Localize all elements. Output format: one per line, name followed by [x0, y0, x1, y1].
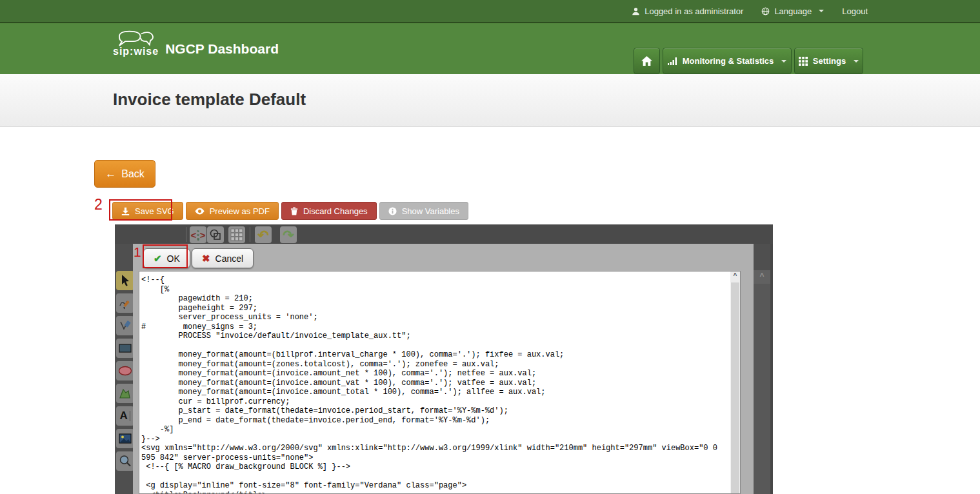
- brand-product-label: NGCP Dashboard: [165, 41, 279, 57]
- page-title-band: Invoice template Default: [0, 74, 980, 127]
- arrow-left-icon: ←: [105, 168, 116, 181]
- toolbar-divider: [186, 227, 186, 242]
- editor-right-edge: [770, 244, 773, 494]
- svg-source-editor: <!--{ [% pagewidth = 210; pageheight = 2…: [139, 271, 741, 494]
- chevron-down-icon: [781, 60, 786, 63]
- shapes-icon: [209, 228, 222, 241]
- home-icon: [641, 56, 652, 66]
- globe-icon: [761, 7, 770, 15]
- back-button[interactable]: ← Back: [94, 160, 155, 188]
- tool-polygon[interactable]: [116, 384, 134, 403]
- text-tool-icon: A: [120, 410, 128, 422]
- shape-library-button[interactable]: [207, 226, 224, 243]
- tool-path[interactable]: [116, 316, 134, 335]
- show-variables-button[interactable]: Show Variables: [379, 202, 468, 220]
- user-icon: [632, 7, 640, 15]
- template-actions-toolbar: Save SVG Preview as PDF Discard Changes …: [112, 202, 468, 220]
- nav-settings-label: Settings: [813, 56, 846, 66]
- ellipse-icon: [118, 366, 132, 376]
- undo-button[interactable]: ↶: [255, 226, 272, 243]
- x-icon: ✖: [202, 253, 210, 264]
- polygon-icon: [119, 388, 132, 399]
- svg-source-textarea[interactable]: <!--{ [% pagewidth = 210; pageheight = 2…: [139, 272, 730, 493]
- chevron-down-icon: [819, 10, 824, 12]
- logged-in-label: Logged in as administrator: [645, 6, 743, 16]
- ok-button[interactable]: ✔ OK: [143, 248, 190, 268]
- logged-in-status: Logged in as administrator: [632, 6, 743, 16]
- check-icon: ✔: [154, 253, 162, 264]
- bar-chart-icon: [668, 57, 677, 65]
- step-2-label: 2: [94, 196, 103, 213]
- svg-editor-panel: < svg > ↶ ↷: [115, 224, 773, 494]
- logout-link[interactable]: Logout: [842, 6, 868, 16]
- tool-image[interactable]: [116, 429, 134, 448]
- tool-rectangle[interactable]: [116, 339, 134, 358]
- scroll-up-icon[interactable]: ^: [730, 272, 740, 282]
- redo-icon: ↷: [283, 228, 294, 242]
- tool-select[interactable]: [116, 271, 134, 290]
- grid-view-icon: [230, 228, 243, 241]
- text-cursor-icon: [130, 411, 131, 421]
- preview-pdf-label: Preview as PDF: [210, 206, 270, 216]
- eye-icon: [195, 208, 205, 215]
- edit-source-button[interactable]: < svg >: [190, 226, 206, 243]
- speech-bubbles-icon: [115, 30, 157, 46]
- pencil-icon: [119, 297, 132, 310]
- undo-icon: ↶: [257, 228, 269, 242]
- wireframe-grid-button[interactable]: [228, 226, 245, 243]
- page-root: Logged in as administrator Language Logo…: [0, 0, 980, 494]
- save-svg-label: Save SVG: [135, 206, 174, 216]
- select-arrow-icon: [119, 274, 131, 287]
- save-svg-button[interactable]: Save SVG: [112, 202, 183, 220]
- workspace-scrollbar[interactable]: ^: [754, 270, 770, 494]
- tool-ellipse[interactable]: [116, 361, 134, 380]
- nav-monitoring-statistics[interactable]: Monitoring & Statistics: [663, 48, 792, 74]
- home-button[interactable]: [634, 48, 660, 74]
- magnifier-icon: [119, 455, 132, 468]
- logout-label: Logout: [842, 6, 868, 16]
- brand-logo[interactable]: sip:wise NGCP Dashboard: [113, 30, 279, 57]
- path-pen-icon: [119, 319, 132, 332]
- image-icon: [119, 433, 132, 444]
- cancel-button-label: Cancel: [215, 253, 244, 264]
- redo-button[interactable]: ↷: [280, 226, 297, 243]
- discard-changes-label: Discard Changes: [303, 206, 368, 216]
- main-header: sip:wise NGCP Dashboard Monitoring & Sta…: [0, 23, 980, 74]
- rectangle-icon: [119, 343, 132, 353]
- scrollbar-thumb[interactable]: [731, 282, 739, 493]
- language-label: Language: [774, 6, 812, 16]
- page-title: Invoice template Default: [113, 90, 306, 110]
- top-utility-bar: Logged in as administrator Language Logo…: [0, 0, 980, 23]
- nav-settings[interactable]: Settings: [794, 48, 863, 74]
- discard-changes-button[interactable]: Discard Changes: [281, 202, 377, 220]
- trash-icon: [290, 207, 298, 215]
- show-variables-label: Show Variables: [402, 206, 459, 216]
- preview-pdf-button[interactable]: Preview as PDF: [186, 202, 279, 220]
- edit-source-dialog: ✔ OK ✖ Cancel <!--{ [% pagewidth = 210; …: [133, 244, 754, 494]
- logo-column: sip:wise: [113, 30, 159, 57]
- chevron-down-icon: [854, 60, 859, 63]
- language-menu[interactable]: Language: [761, 6, 824, 16]
- scroll-up-icon[interactable]: ^: [754, 270, 770, 284]
- tool-zoom[interactable]: [116, 451, 134, 471]
- source-code-icon: < svg >: [190, 229, 205, 241]
- grid-icon: [799, 57, 808, 66]
- tool-pencil[interactable]: [116, 293, 134, 313]
- ok-button-label: OK: [167, 253, 180, 264]
- info-icon: [388, 207, 397, 215]
- editor-toolbar: < svg > ↶ ↷: [115, 224, 773, 244]
- cancel-button[interactable]: ✖ Cancel: [192, 248, 254, 268]
- toolbar-divider: [250, 227, 250, 242]
- download-icon: [121, 207, 130, 215]
- brand-sipwise-label: sip:wise: [113, 46, 159, 57]
- nav-monitoring-label: Monitoring & Statistics: [683, 56, 774, 66]
- back-button-label: Back: [121, 168, 145, 180]
- tool-text[interactable]: A: [116, 406, 134, 426]
- source-scrollbar[interactable]: ^: [730, 272, 740, 493]
